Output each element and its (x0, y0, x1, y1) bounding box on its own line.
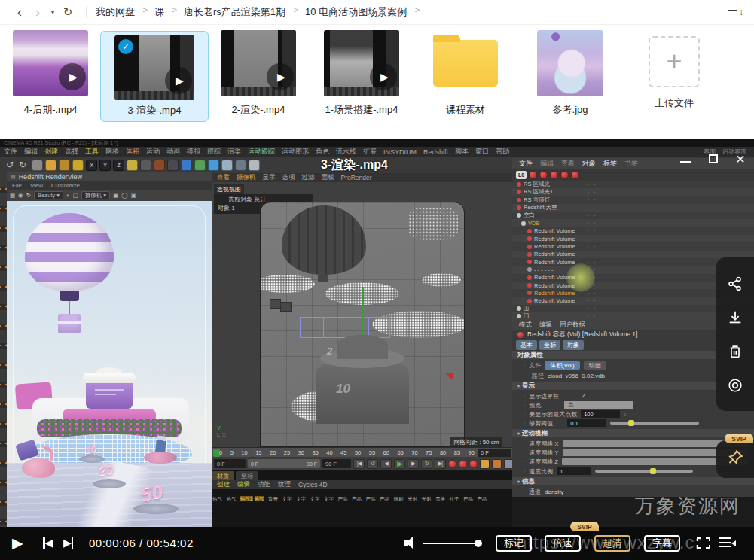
frame-range-slider[interactable]: 0 F 90 F (248, 459, 320, 468)
bbox-checkbox[interactable]: ✓ (581, 393, 586, 400)
file-card-video-3-selected[interactable]: ✓ ▶ 3-渲染-.mp4 (100, 31, 209, 122)
object-row[interactable]: Redshift Volume (512, 235, 754, 242)
material-swatch[interactable]: 产品 (478, 490, 490, 504)
maxpoints-field[interactable]: 100 (581, 410, 620, 418)
material-swatch[interactable]: 文字 (310, 490, 322, 504)
material-swatch[interactable]: 产品 (352, 490, 364, 504)
trim-slider[interactable] (610, 422, 699, 425)
play-button[interactable]: ▶ (12, 534, 23, 552)
record-button[interactable] (448, 460, 456, 468)
speed-button[interactable]: 倍速 (545, 535, 581, 552)
pin-icon[interactable] (726, 449, 744, 470)
material-swatch[interactable]: 光射 (422, 490, 434, 504)
tab-material[interactable]: 材质 (212, 471, 234, 480)
velocity-scale-slider[interactable] (595, 470, 693, 473)
frame-start-field[interactable]: 0 F (214, 459, 246, 468)
upload-card[interactable]: + 上传文件 (633, 30, 716, 110)
volume-slider[interactable] (423, 543, 482, 544)
fullscreen-icon[interactable] (697, 537, 710, 549)
play-overlay-icon[interactable]: ▶ (370, 63, 397, 90)
subtitle-button[interactable]: 字幕 (644, 535, 680, 552)
share-icon[interactable] (726, 275, 744, 293)
key-scale-icon[interactable] (492, 459, 502, 469)
object-row[interactable]: RS 穹顶灯 (512, 196, 754, 204)
autokey-button[interactable] (459, 460, 467, 468)
material-swatch[interactable]: 背景 (268, 490, 280, 504)
breadcrumb-item[interactable]: 唐长老rs产品渲染第1期 (184, 5, 285, 19)
breadcrumb-item[interactable]: 课 (154, 5, 164, 19)
preview-select[interactable]: 点 (564, 401, 633, 409)
play-overlay-icon[interactable]: ▶ (267, 63, 294, 90)
keyframe-button[interactable] (469, 460, 478, 468)
object-row[interactable]: Redshift Volume (512, 242, 754, 250)
material-swatch[interactable]: 文字 (282, 490, 295, 504)
material-swatch[interactable]: 热气1 (240, 490, 252, 504)
animation-chip[interactable]: 动画 (584, 361, 606, 370)
upload-plus-icon[interactable]: + (649, 36, 700, 87)
material-swatch[interactable]: 文字 (324, 490, 336, 504)
material-swatch[interactable]: 产品 (366, 490, 378, 504)
stepper-icon[interactable]: ↕ (624, 412, 627, 417)
refresh-icon[interactable]: ↻ (59, 1, 77, 23)
material-swatch[interactable]: 光射 (408, 490, 420, 504)
object-row[interactable]: Redshift 天空 (512, 204, 754, 212)
close-icon[interactable]: × (736, 152, 745, 166)
play-forward-button[interactable]: ▶ (394, 459, 405, 469)
material-swatch[interactable]: 产品 (380, 490, 392, 504)
breadcrumb-item[interactable]: 我的网盘 (96, 5, 135, 19)
back-icon[interactable]: ‹ (11, 1, 29, 23)
section-motion-blur[interactable]: ▾运动模糊 (512, 429, 754, 437)
object-row[interactable]: Redshift Volume (512, 251, 754, 258)
material-swatch[interactable]: 瓶刷 (394, 490, 406, 504)
vdb-path-value[interactable]: cloud_v056_0.02.vdb (548, 373, 605, 379)
previous-video-button[interactable]: ◀ (43, 537, 53, 549)
play-overlay-icon[interactable]: ▶ (59, 63, 86, 90)
file-card-video-1[interactable]: ▶ 1-场景搭建-.mp4 (320, 30, 403, 117)
timeline-ruler[interactable]: 051015202530354045505560657075808590 0 F (212, 447, 512, 457)
breadcrumb-item[interactable]: 10 电商活动图场景案例 (305, 5, 407, 19)
volume-knob[interactable] (475, 540, 482, 547)
material-swatch[interactable]: 热气 (255, 490, 267, 504)
forward-icon[interactable]: › (29, 1, 47, 23)
loop-button[interactable]: ↺ (367, 459, 378, 469)
minimize-icon[interactable] (680, 161, 691, 163)
goto-start-button[interactable]: |◀ (353, 459, 365, 469)
current-frame-field[interactable]: 0 F (478, 449, 511, 457)
play-backward-button[interactable]: ◀ (380, 459, 392, 469)
object-row[interactable]: Redshift Volume (512, 227, 754, 235)
delete-icon[interactable] (726, 342, 744, 361)
attribute-tab[interactable]: 对象 (563, 340, 584, 350)
material-swatch[interactable]: 热气 (212, 490, 224, 504)
mark-button[interactable]: 标记 (496, 535, 532, 552)
material-swatch[interactable]: 文字 (296, 490, 308, 504)
object-row[interactable]: RS 区域光 (512, 181, 754, 188)
material-swatch[interactable]: 雪堆 (435, 490, 447, 504)
volume-chip[interactable]: 体积(Vol) (545, 361, 579, 370)
step-forward-button[interactable]: ▶ (408, 459, 419, 469)
record-circle-icon[interactable] (726, 376, 744, 394)
object-row[interactable]: 空白 (512, 212, 754, 219)
material-swatch[interactable]: 热气 (227, 490, 239, 504)
history-dropdown-icon[interactable]: ▾ (47, 1, 59, 23)
frame-end-field[interactable]: 90 F (322, 459, 351, 468)
material-swatch[interactable]: 产品 (338, 490, 350, 504)
key-position-icon[interactable] (480, 459, 490, 469)
object-row[interactable]: RS 区域光1 (512, 188, 754, 196)
material-swatch[interactable]: 柱子 (450, 490, 462, 504)
tab-coords[interactable]: 坐标 (236, 471, 258, 480)
download-icon[interactable] (726, 309, 744, 327)
material-swatch[interactable]: 产品 (463, 490, 475, 504)
cycle-button[interactable]: ↻ (421, 459, 432, 469)
trim-field[interactable]: 0.1 (567, 419, 606, 427)
play-overlay-icon[interactable]: ▶ (165, 67, 192, 94)
volume-icon[interactable] (404, 537, 417, 549)
file-card-video-4[interactable]: ▶ 4-后期-.mp4 (9, 30, 92, 117)
sort-button[interactable]: ↓ (728, 7, 743, 17)
object-row[interactable]: VDB (512, 219, 754, 227)
quality-button[interactable]: 超清 (594, 535, 630, 552)
attribute-tab[interactable]: 基本 (516, 340, 537, 350)
folder-card[interactable]: 课程素材 (424, 30, 507, 117)
maximize-icon[interactable] (709, 154, 718, 163)
goto-end-button[interactable]: ▶| (435, 459, 446, 469)
file-card-video-2[interactable]: ▶ 2-渲染-.mp4 (217, 30, 300, 117)
